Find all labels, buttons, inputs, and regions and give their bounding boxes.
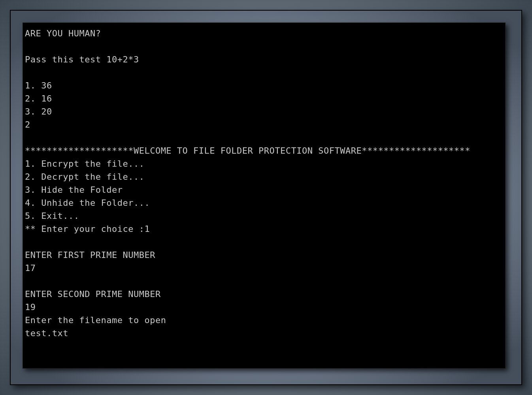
captcha-option-1: 1. 36 <box>25 81 52 90</box>
choice-prompt: ** Enter your choice :1 <box>25 224 150 234</box>
captcha-header: ARE YOU HUMAN? <box>25 28 101 38</box>
menu-item-decrypt: 2. Decrypt the file... <box>25 172 144 182</box>
filename-prompt: Enter the filename to open <box>25 315 166 325</box>
prime2-prompt: ENTER SECOND PRIME NUMBER <box>25 289 161 299</box>
captcha-answer-input: 2 <box>25 120 30 130</box>
menu-item-hide: 3. Hide the Folder <box>25 185 123 195</box>
terminal-output: ARE YOU HUMAN? Pass this test 10+2*3 1. … <box>25 27 503 340</box>
welcome-banner: ********************WELCOME TO FILE FOLD… <box>25 146 470 156</box>
outer-frame: ARE YOU HUMAN? Pass this test 10+2*3 1. … <box>10 10 522 385</box>
captcha-option-2: 2. 16 <box>25 94 52 103</box>
captcha-option-3: 3. 20 <box>25 107 52 117</box>
captcha-question: Pass this test 10+2*3 <box>25 55 139 64</box>
prime1-prompt: ENTER FIRST PRIME NUMBER <box>25 250 155 260</box>
menu-item-unhide: 4. Unhide the Folder... <box>25 198 150 208</box>
menu-item-encrypt: 1. Encrypt the file... <box>25 159 144 169</box>
filename-value: test.txt <box>25 328 68 338</box>
prime1-value: 17 <box>25 263 36 273</box>
menu-item-exit: 5. Exit... <box>25 211 79 221</box>
prime2-value: 19 <box>25 302 36 312</box>
terminal-window[interactable]: ARE YOU HUMAN? Pass this test 10+2*3 1. … <box>23 23 506 369</box>
